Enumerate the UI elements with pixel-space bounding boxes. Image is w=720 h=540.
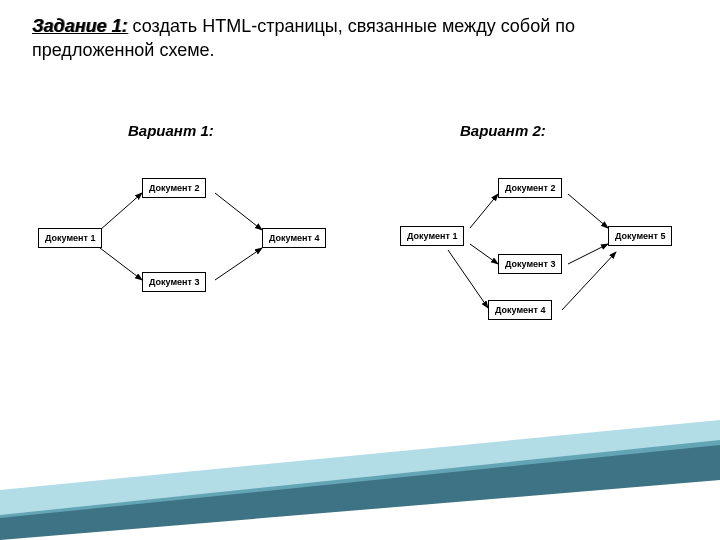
doc1-box: Документ 1 bbox=[38, 228, 102, 248]
svg-line-4 bbox=[470, 194, 498, 228]
doc4-box: Документ 4 bbox=[488, 300, 552, 320]
svg-line-7 bbox=[568, 194, 608, 228]
variant1-label: Вариант 1: bbox=[128, 122, 214, 139]
doc4-box: Документ 4 bbox=[262, 228, 326, 248]
svg-marker-10 bbox=[0, 440, 720, 540]
svg-line-6 bbox=[448, 250, 488, 308]
svg-line-0 bbox=[100, 193, 142, 230]
svg-line-2 bbox=[215, 193, 262, 230]
variant2-label: Вариант 2: bbox=[460, 122, 546, 139]
doc2-box: Документ 2 bbox=[498, 178, 562, 198]
diagram-variant1: Документ 1 Документ 2 Документ 3 Докумен… bbox=[30, 160, 350, 320]
svg-line-3 bbox=[215, 248, 262, 280]
task-label: Задание 1: bbox=[32, 16, 128, 36]
svg-line-1 bbox=[100, 248, 142, 280]
diagram-variant2: Документ 1 Документ 2 Документ 3 Докумен… bbox=[380, 160, 700, 360]
svg-marker-11 bbox=[0, 420, 720, 518]
doc3-box: Документ 3 bbox=[498, 254, 562, 274]
doc1-box: Документ 1 bbox=[400, 226, 464, 246]
doc2-box: Документ 2 bbox=[142, 178, 206, 198]
slide-decoration bbox=[0, 420, 720, 540]
svg-line-5 bbox=[470, 244, 498, 264]
doc5-box: Документ 5 bbox=[608, 226, 672, 246]
slide: Задание 1: создать HTML-страницы, связан… bbox=[0, 0, 720, 540]
svg-line-8 bbox=[568, 244, 608, 264]
doc3-box: Документ 3 bbox=[142, 272, 206, 292]
svg-line-9 bbox=[562, 252, 616, 310]
task-heading: Задание 1: создать HTML-страницы, связан… bbox=[32, 14, 672, 63]
